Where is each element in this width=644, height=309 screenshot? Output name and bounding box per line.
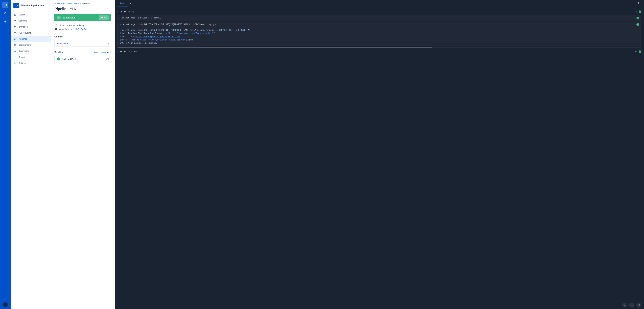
- build-footer: [115, 301, 644, 309]
- svg-point-10: [14, 32, 15, 32]
- create-icon[interactable]: [3, 19, 8, 24]
- layout-right: João Antão / bitbuc...t-core / Pipelines…: [51, 0, 644, 309]
- log-line-3: info : Created https://www.myget.org/F/a…: [120, 38, 639, 42]
- expand-button[interactable]: [636, 302, 641, 308]
- tab-add-button[interactable]: +: [128, 1, 133, 6]
- svg-point-18: [58, 43, 58, 44]
- help-icon[interactable]: ?: [3, 295, 8, 300]
- sidebar-item-label-source: Source: [18, 14, 25, 16]
- pipeline-meta: 🕐 18 sec • a few seconds ago ⚫ Manual ru…: [51, 24, 115, 33]
- pipeline-title: Pipeline #16: [51, 6, 115, 14]
- commit-card[interactable]: 153374e ›: [54, 40, 111, 47]
- sidebar-item-pull-requests[interactable]: Pull requests: [11, 30, 51, 36]
- build-command-dotnet-pack-text: dotnet pack -c Release -v Normal: [122, 17, 161, 19]
- build-section-setup-name: Build setup: [120, 10, 134, 13]
- pipeline-meta-trigger: ⚫ Manual run by João Antão: [54, 28, 111, 30]
- breadcrumb-section: Pipelines: [82, 2, 90, 5]
- scroll-down-button[interactable]: [622, 302, 627, 308]
- breadcrumb-user[interactable]: João Antão: [54, 2, 64, 5]
- sidebar-item-label-pull-requests: Pull requests: [18, 32, 31, 34]
- pipeline-status-left: ✓ Successful: [57, 16, 75, 20]
- pipeline-duration-text: 18 sec • a few seconds ago: [58, 24, 85, 26]
- build-command-pack-time: 4s: [633, 17, 636, 19]
- svg-point-11: [14, 33, 15, 34]
- sidebar-item-label-pipelines: Pipelines: [18, 38, 27, 40]
- log-line-4: info : Your package was pushed.: [120, 42, 639, 45]
- pipeline-meta-duration: 🕐 18 sec • a few seconds ago: [54, 24, 111, 26]
- stage-check-icon: ✓: [57, 58, 60, 60]
- commit-arrow-icon: ›: [108, 42, 109, 45]
- svg-point-8: [14, 27, 15, 28]
- stage-name: Pack and Push: [62, 58, 104, 60]
- build-section-setup-header[interactable]: ▶ Build setup 6s ✓: [115, 9, 644, 14]
- svg-point-4: [14, 20, 16, 21]
- clock-icon: 🕐: [54, 24, 57, 26]
- breadcrumb-sep-2: /: [80, 2, 81, 5]
- sidebar-item-commits[interactable]: Commits: [11, 18, 51, 24]
- build-command-dotnet-nuget-header[interactable]: ▼ dotnet nuget push ${BITBUCKET_CLONE_DI…: [118, 22, 641, 27]
- sidebar-item-deployments[interactable]: Deployments: [11, 42, 51, 48]
- pipeline-status-check-icon: ✓: [57, 16, 61, 20]
- build-section-setup-right: 6s ✓: [635, 10, 641, 13]
- build-command-dotnet-pack: ▶ dotnet pack -c Release -v Normal 4s ✓: [118, 15, 641, 21]
- log-link-1[interactable]: https://www.myget.org/F/antao/api/v2/: [169, 32, 214, 34]
- sidebar-item-label-settings: Settings: [18, 62, 26, 64]
- stages-section-title: Pipeline: [54, 51, 64, 54]
- svg-point-12: [16, 32, 16, 33]
- commits-icon: [14, 19, 17, 22]
- sidebar-item-settings[interactable]: Settings: [11, 60, 51, 66]
- upload-icon[interactable]: [636, 0, 641, 7]
- build-command-right-nuget: 1s ✓: [633, 23, 639, 26]
- sidebar: </> Bitbucket Pipelines an... Source Com…: [11, 0, 51, 309]
- user-avatar[interactable]: [3, 302, 8, 307]
- rerun-button[interactable]: Rerun: [99, 16, 108, 20]
- pipeline-trigger-text: Manual run by: [58, 28, 72, 30]
- build-scrollbar[interactable]: [118, 47, 641, 48]
- sidebar-item-label-downloads: Downloads: [18, 50, 29, 52]
- search-icon[interactable]: [3, 11, 8, 16]
- build-command-dotnet-pack-header[interactable]: ▶ dotnet pack -c Release -v Normal 4s ✓: [118, 15, 641, 21]
- build-command-dotnet-nuget: ▼ dotnet nuget push ${BITBUCKET_CLONE_DI…: [118, 22, 641, 46]
- tab-build[interactable]: Build: [118, 0, 128, 7]
- global-nav-logo[interactable]: [2, 2, 8, 8]
- pipeline-trigger-user[interactable]: João Antão: [76, 28, 86, 30]
- sidebar-navigation: Source Commits Branches Pull requests Pi…: [11, 10, 51, 67]
- chevron-right-icon: ▶: [118, 11, 118, 13]
- log-link-2[interactable]: https://www.myget.org/F/antao/api/v2/: [136, 36, 180, 38]
- build-panel: Build + ▶ Build setup 6s ✓: [115, 0, 644, 309]
- build-tabs: Build +: [115, 0, 644, 7]
- pipeline-commit-header: Commit: [54, 35, 111, 38]
- breadcrumb: João Antão / bitbuc...t-core / Pipelines: [51, 0, 115, 6]
- pipeline-stages-header: Pipeline View configuration: [54, 51, 111, 54]
- log-line-2: info : PUT https://www.myget.org/F/antao…: [120, 35, 639, 38]
- svg-point-13: [14, 38, 16, 40]
- pipeline-panel: João Antão / bitbuc...t-core / Pipelines…: [51, 0, 115, 309]
- breadcrumb-sep-1: /: [66, 2, 66, 5]
- sidebar-item-boards[interactable]: Boards: [11, 54, 51, 60]
- branches-icon: [14, 25, 17, 28]
- sidebar-item-branches[interactable]: Branches: [11, 24, 51, 30]
- commit-section-title: Commit: [54, 35, 63, 38]
- svg-point-7: [14, 26, 15, 26]
- stage-time: 17s: [106, 58, 109, 60]
- build-section-teardown-left: ▶ Build teardown: [118, 50, 138, 53]
- stage-row-pack-push[interactable]: ✓ Pack and Push 17s: [54, 56, 111, 62]
- build-command-right-pack: 4s ✓: [633, 17, 639, 19]
- log-link-3[interactable]: https://www.myget.org/F/antao/api/v2/: [140, 39, 185, 41]
- pipeline-stages-section: Pipeline View configuration ✓ Pack and P…: [51, 49, 115, 64]
- svg-rect-15: [14, 56, 15, 58]
- sidebar-item-pipelines[interactable]: Pipelines: [11, 36, 51, 42]
- build-command-dotnet-nuget-text: dotnet nuget push ${BITBUCKET_CLONE_DIR}…: [122, 23, 220, 26]
- scroll-up-button[interactable]: [629, 302, 634, 308]
- build-command-left-pack: ▶ dotnet pack -c Release -v Normal: [120, 17, 161, 19]
- build-output[interactable]: ▶ Build setup 6s ✓ ▶ dotnet pack -c Rele…: [115, 7, 644, 301]
- sidebar-item-downloads[interactable]: Downloads: [11, 48, 51, 54]
- sidebar-item-source[interactable]: Source: [11, 12, 51, 18]
- view-configuration-link[interactable]: View configuration: [94, 51, 111, 54]
- pipeline-status-label: Successful: [62, 16, 75, 19]
- svg-rect-16: [15, 56, 16, 57]
- chevron-right-teardown-icon: ▶: [118, 51, 118, 53]
- build-section-teardown-header[interactable]: ▶ Build teardown <1s ✓: [115, 49, 644, 54]
- chevron-right-small-icon: ▶: [120, 17, 121, 19]
- breadcrumb-repo[interactable]: bitbuc...t-core: [67, 2, 79, 5]
